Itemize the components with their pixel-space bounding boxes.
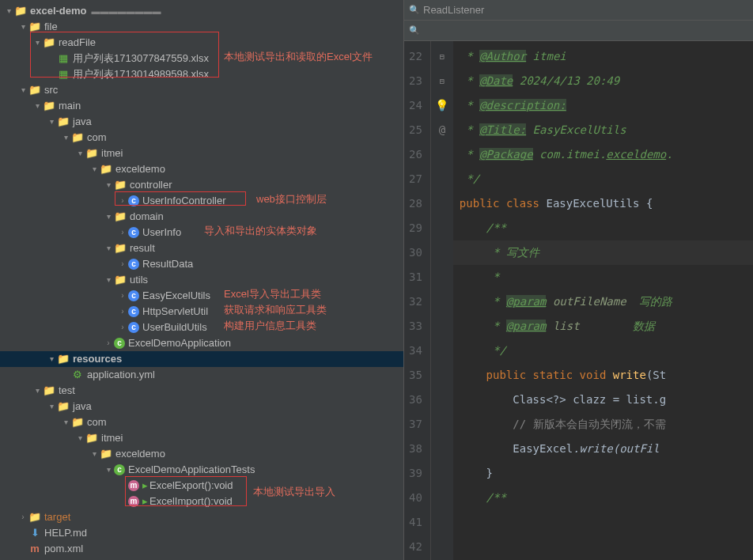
folder-icon: 📁 xyxy=(71,131,84,144)
project-tree[interactable]: ▾📁 excel-demo ▬▬▬▬▬▬▬▬ ▾📁 file ▾📁 readFi… xyxy=(0,0,403,560)
search-bar-1[interactable]: 🔍 ReadListener xyxy=(404,0,753,21)
eeu-label: EasyExcelUtils xyxy=(142,288,210,304)
tjava-label: java xyxy=(73,399,92,414)
exceldemo-label: exceldemo xyxy=(115,161,165,177)
folder-icon: 📁 xyxy=(100,448,112,460)
hsu-label: HttpServletUtil xyxy=(142,304,208,320)
domain-label: domain xyxy=(130,209,164,225)
tree-edat[interactable]: ▾c ExcelDemoApplicationTests xyxy=(0,462,403,478)
eda-label: ExcelDemoApplication xyxy=(128,335,231,351)
method-icon: m xyxy=(128,496,139,507)
class-icon: c xyxy=(128,195,139,206)
class-icon: c xyxy=(114,338,125,349)
tree-userinfocontroller[interactable]: ›c UserInfoController xyxy=(0,193,403,209)
xlsx-icon: ▦ xyxy=(57,52,70,65)
root-path: ▬▬▬▬▬▬▬▬ xyxy=(92,3,161,19)
class-icon: c xyxy=(128,306,139,317)
controller-label: controller xyxy=(130,177,172,193)
tree-root[interactable]: ▾📁 excel-demo ▬▬▬▬▬▬▬▬ xyxy=(0,3,403,19)
folder-icon: 📁 xyxy=(71,416,84,429)
class-icon: c xyxy=(128,290,139,301)
tree-domain[interactable]: ▾📁 domain xyxy=(0,209,403,225)
tree-httpservletutil[interactable]: ›c HttpServletUtil xyxy=(0,304,403,320)
tree-resources[interactable]: ▾📁 resources xyxy=(0,351,403,367)
search-icon: 🔍 xyxy=(409,25,420,36)
tree-itmei[interactable]: ▾📁 itmei xyxy=(0,146,403,161)
gutter: 222324 252627 282930 313233 343536 37383… xyxy=(404,41,431,560)
tree-xlsx1[interactable]: ▦ 用户列表1713077847559.xlsx xyxy=(0,51,403,66)
tree-file[interactable]: ▾📁 file xyxy=(0,19,403,35)
yml-icon: ⚙ xyxy=(71,369,84,381)
tree-java[interactable]: ▾📁 java xyxy=(0,114,403,130)
md-icon: ⬇ xyxy=(28,527,41,539)
tree-com[interactable]: ▾📁 com xyxy=(0,130,403,146)
tree-test-java[interactable]: ▾📁 java xyxy=(0,399,403,414)
com-label: com xyxy=(87,130,107,146)
tree-result[interactable]: ▾📁 result xyxy=(0,240,403,256)
tree-exceldemo[interactable]: ▾📁 exceldemo xyxy=(0,161,403,177)
tree-controller[interactable]: ▾📁 controller xyxy=(0,177,403,193)
tree-xlsx2[interactable]: ▦ 用户列表1713014989598.xlsx xyxy=(0,66,403,82)
lightbulb-icon[interactable]: 💡 xyxy=(431,93,453,118)
uic-label: UserInfoController xyxy=(142,193,226,209)
editor-panel: 🔍 ReadListener 🔍 222324 252627 282930 31… xyxy=(404,0,753,560)
tree-test-exceldemo[interactable]: ▾📁 exceldemo xyxy=(0,446,403,462)
tree-excelimport[interactable]: m ▸ ExcelImport():void xyxy=(0,494,403,509)
folder-icon: 📁 xyxy=(43,384,55,397)
tree-excelexport[interactable]: m ▸ ExcelExport():void xyxy=(0,478,403,494)
tree-test[interactable]: ▾📁 test xyxy=(0,383,403,399)
helpmd-label: HELP.md xyxy=(44,525,87,541)
search-bar-2[interactable]: 🔍 xyxy=(404,21,753,41)
project-tree-panel: ▾📁 excel-demo ▬▬▬▬▬▬▬▬ ▾📁 file ▾📁 readFi… xyxy=(0,0,404,560)
target-label: target xyxy=(44,509,70,525)
folder-icon: 📁 xyxy=(85,432,98,445)
src-label: src xyxy=(44,82,58,98)
class-icon: c xyxy=(128,259,139,270)
utils-label: utils xyxy=(130,272,148,288)
folder-icon: 📁 xyxy=(14,5,27,17)
java-label: java xyxy=(73,114,92,130)
tree-appyml[interactable]: ⚙ application.yml xyxy=(0,367,403,383)
result-label: result xyxy=(130,240,155,256)
appyml-label: application.yml xyxy=(87,367,155,383)
resultdata-label: ResultData xyxy=(142,256,193,272)
class-icon: c xyxy=(114,464,125,475)
tree-pomxml[interactable]: m pom.xml xyxy=(0,541,403,557)
tree-test-com[interactable]: ▾📁 com xyxy=(0,414,403,430)
texceldemo-label: exceldemo xyxy=(115,446,165,462)
folder-icon: 📁 xyxy=(28,21,41,33)
method-icon: m xyxy=(128,480,139,491)
tree-main[interactable]: ▾📁 main xyxy=(0,98,403,114)
itmei-label: itmei xyxy=(101,146,123,161)
class-icon: c xyxy=(128,322,139,333)
tree-userbuildutils[interactable]: ›c UserBuildUtils xyxy=(0,320,403,335)
code-editor[interactable]: 222324 252627 282930 313233 343536 37383… xyxy=(404,41,753,560)
xlsx-icon: ▦ xyxy=(57,68,70,81)
folder-icon: 📁 xyxy=(57,400,70,413)
tree-readfile[interactable]: ▾📁 readFile xyxy=(0,35,403,51)
tree-exceldemoapp[interactable]: ›c ExcelDemoApplication xyxy=(0,335,403,351)
folder-icon: 📁 xyxy=(57,353,70,365)
maven-icon: m xyxy=(28,543,41,555)
class-icon: c xyxy=(128,227,139,238)
tree-test-itmei[interactable]: ▾📁 itmei xyxy=(0,430,403,446)
at-icon: @ xyxy=(431,118,453,142)
folder-icon: 📁 xyxy=(100,163,112,176)
tree-userinfo[interactable]: ›c UserInfo xyxy=(0,225,403,240)
ubu-label: UserBuildUtils xyxy=(142,320,207,335)
xlsx1-label: 用户列表1713077847559.xlsx xyxy=(73,51,209,66)
folder-icon: 📁 xyxy=(43,36,55,49)
tree-resultdata[interactable]: ›c ResultData xyxy=(0,256,403,272)
root-label: excel-demo xyxy=(30,3,87,19)
folder-icon: 📁 xyxy=(114,210,127,223)
tree-helpmd[interactable]: ⬇ HELP.md xyxy=(0,525,403,541)
folder-icon: 📁 xyxy=(114,242,127,255)
code-area[interactable]: * @Author itmei * @Date 2024/4/13 20:49 … xyxy=(453,41,753,560)
folder-icon: 📁 xyxy=(28,84,41,96)
tree-utils[interactable]: ▾📁 utils xyxy=(0,272,403,288)
tree-target[interactable]: ›📁 target xyxy=(0,509,403,525)
tree-src[interactable]: ▾📁 src xyxy=(0,82,403,98)
folder-icon: 📁 xyxy=(85,147,98,160)
tree-easyexcelutils[interactable]: ›c EasyExcelUtils xyxy=(0,288,403,304)
folder-icon: 📁 xyxy=(57,115,70,128)
